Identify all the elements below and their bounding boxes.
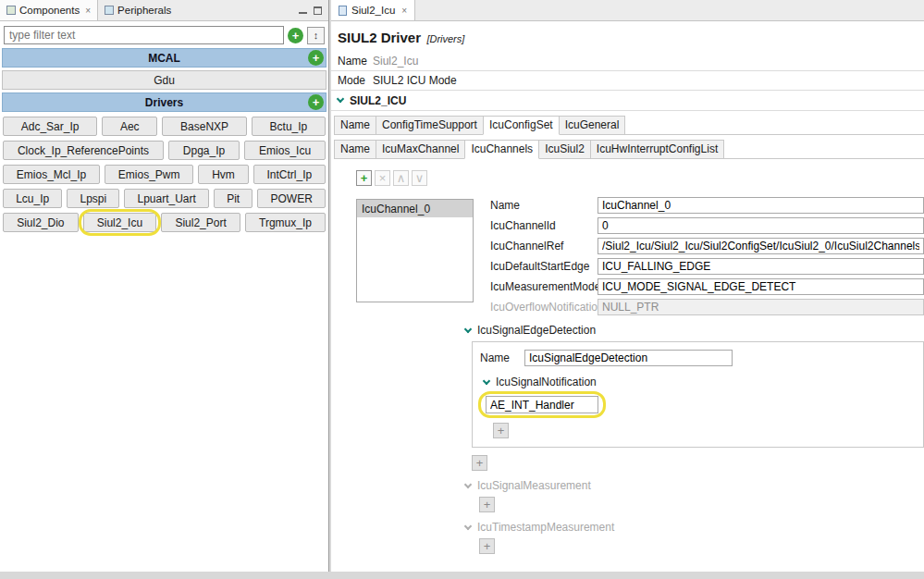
icu-signal-edge-detection-group: Name IcuSignalNotification + [472, 341, 924, 448]
tab-components-label: Components [19, 5, 80, 16]
driver-button-adc-sar-ip[interactable]: Adc_Sar_Ip [3, 117, 97, 136]
icu-channel-ref-label: IcuChannelRef [490, 240, 598, 253]
page-title-suffix: [Drivers] [426, 33, 464, 44]
drivers-group-header[interactable]: Drivers + [2, 92, 326, 112]
icu-overflow-notification-input [598, 299, 924, 315]
add-mcal-icon[interactable]: + [308, 50, 324, 66]
tab-name[interactable]: Name [334, 116, 376, 134]
left-tab-bar: Components × Peripherals [0, 0, 328, 21]
filter-input[interactable] [4, 26, 284, 44]
icu-channel-id-input[interactable] [598, 217, 924, 234]
tab-configset-name[interactable]: Name [334, 140, 376, 158]
sort-icon[interactable]: ↕ [307, 27, 325, 44]
add-driver-icon[interactable]: + [308, 94, 324, 110]
tab-icuhwinterruptconfiglist[interactable]: IcuHwInterruptConfigList [590, 140, 724, 158]
tab-icuconfigset[interactable]: IcuConfigSet [483, 116, 560, 135]
components-panel: Components × Peripherals + ↕ MCAL + Gdu … [0, 0, 329, 572]
components-icon [6, 6, 16, 15]
form-row: IcuOverflowNotification [490, 299, 924, 315]
driver-button-bctu-ip[interactable]: Bctu_Ip [252, 117, 326, 136]
chevron-down-icon [337, 95, 344, 103]
driver-button-pit[interactable]: Pit [214, 189, 253, 208]
edge-detection-name-input[interactable] [524, 350, 733, 366]
icu-timestamp-measurement-header[interactable]: IcuTimestampMeasurement [465, 521, 924, 534]
icu-default-start-edge-label: IcuDefaultStartEdge [490, 260, 598, 273]
add-component-icon[interactable]: + [288, 28, 303, 43]
add-edge-detection-button[interactable]: + [472, 455, 487, 471]
mode-property-row: Mode SIUL2 ICU Mode [331, 71, 924, 91]
icu-signal-measurement-title: IcuSignalMeasurement [477, 479, 591, 492]
mcal-group-header[interactable]: MCAL + [2, 48, 326, 68]
icu-channel-name-label: Name [490, 199, 598, 212]
icu-default-start-edge-select[interactable] [598, 258, 924, 275]
icu-channel-name-input[interactable] [598, 197, 924, 214]
mcal-group-title: MCAL [148, 52, 180, 65]
add-channel-button[interactable]: + [356, 170, 372, 186]
driver-button-hvm[interactable]: Hvm [198, 165, 248, 184]
driver-button-emios-icu[interactable]: Emios_Icu [244, 141, 326, 160]
driver-button-siul2-icu[interactable]: Siul2_Icu [83, 213, 157, 232]
tab-components[interactable]: Components × [0, 0, 98, 20]
driver-button-siul2-dio[interactable]: Siul2_Dio [3, 213, 79, 232]
driver-button-emios-pwm[interactable]: Emios_Pwm [105, 165, 193, 184]
driver-row: Siul2_Dio Siul2_Icu Siul2_Port Trgmux_Ip [3, 213, 326, 232]
page-title: SIUL2 Driver [338, 30, 421, 45]
tab-siul2-icu[interactable]: Siul2_Icu × [331, 0, 415, 20]
siul2-icu-tabs: Name ConfigTimeSupport IcuConfigSet IcuG… [334, 116, 924, 135]
move-up-button[interactable]: ∧ [393, 170, 409, 186]
driver-row: Lcu_Ip Lpspi Lpuart_Uart Pit POWER [3, 189, 326, 208]
driver-button-basenxp[interactable]: BaseNXP [162, 117, 247, 136]
peripherals-icon [105, 6, 114, 15]
maximize-icon[interactable] [314, 6, 322, 15]
channel-list: IcuChannel_0 [356, 199, 474, 302]
tab-peripherals[interactable]: Peripherals [98, 0, 178, 20]
icu-signal-notification-input[interactable] [486, 396, 598, 413]
tab-icumaxchannel[interactable]: IcuMaxChannel [376, 140, 465, 158]
form-row: IcuMeasurementMode [490, 278, 924, 295]
document-icon [339, 6, 347, 16]
driver-button-trgmux-ip[interactable]: Trgmux_Ip [245, 213, 326, 232]
driver-button-clock-ip-referencepoints[interactable]: Clock_Ip_ReferencePoints [3, 141, 164, 160]
driver-button-lcu-ip[interactable]: Lcu_Ip [3, 189, 62, 208]
siul2-icu-section-header[interactable]: SIUL2_ICU [331, 91, 924, 111]
tab-icusiul2[interactable]: IcuSiul2 [538, 140, 591, 158]
driver-button-power[interactable]: POWER [257, 189, 326, 208]
tab-configtimesupport[interactable]: ConfigTimeSupport [376, 116, 484, 134]
add-notification-button[interactable]: + [493, 423, 509, 438]
move-down-button[interactable]: ∨ [412, 170, 427, 186]
form-row: IcuChannelId [490, 217, 924, 234]
component-button-gdu[interactable]: Gdu [2, 70, 326, 90]
icu-signal-edge-detection-header[interactable]: IcuSignalEdgeDetection [465, 324, 924, 337]
icu-signal-measurement-header[interactable]: IcuSignalMeasurement [465, 479, 924, 492]
icu-channel-ref-input[interactable] [598, 238, 924, 254]
close-icon[interactable]: × [401, 6, 407, 16]
driver-button-lpspi[interactable]: Lpspi [67, 189, 119, 208]
icu-measurement-mode-select[interactable] [598, 278, 924, 295]
driver-button-aec[interactable]: Aec [102, 117, 157, 136]
remove-channel-button[interactable]: × [375, 170, 390, 186]
icu-signal-notification-header[interactable]: IcuSignalNotification [484, 376, 916, 388]
edge-detection-name-row: Name [480, 350, 916, 366]
editor-panel: Siul2_Icu × SIUL2 Driver [Drivers] Name … [331, 0, 924, 572]
close-icon[interactable]: × [85, 6, 91, 16]
icu-measurement-mode-label: IcuMeasurementMode [490, 280, 598, 293]
add-timestamp-measurement-button[interactable]: + [479, 538, 495, 554]
mode-select[interactable]: SIUL2 ICU Mode [373, 74, 457, 87]
chevron-down-icon [464, 522, 472, 529]
highlighted-field-wrapper [486, 396, 598, 413]
form-row: Name [490, 197, 924, 214]
driver-button-intctrl-ip[interactable]: IntCtrl_Ip [253, 165, 326, 184]
tab-icugeneral[interactable]: IcuGeneral [559, 116, 626, 134]
icu-signal-edge-detection-title: IcuSignalEdgeDetection [477, 324, 596, 337]
add-signal-measurement-button[interactable]: + [479, 497, 495, 512]
driver-button-siul2-port[interactable]: Siul2_Port [161, 213, 240, 232]
driver-button-lpuart-uart[interactable]: Lpuart_Uart [124, 189, 209, 208]
minimize-icon[interactable] [299, 7, 307, 14]
driver-button-emios-mcl-ip[interactable]: Emios_Mcl_Ip [3, 165, 100, 184]
chevron-down-icon [464, 480, 472, 487]
view-window-buttons [299, 0, 328, 20]
driver-button-dpga-ip[interactable]: Dpga_Ip [168, 141, 240, 160]
list-item-icuchannel-0[interactable]: IcuChannel_0 [357, 200, 473, 217]
tab-icuchannels[interactable]: IcuChannels [464, 140, 539, 159]
tab-siul2-icu-label: Siul2_Icu [351, 5, 395, 16]
